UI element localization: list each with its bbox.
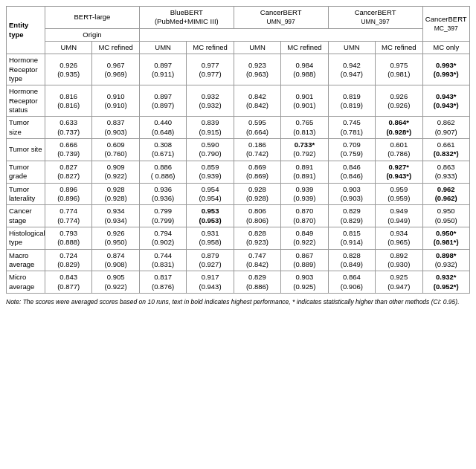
cell: 0.827(0.827) (45, 161, 92, 183)
header-cb397-sub (328, 28, 422, 41)
cell: 0.744(0.831) (139, 249, 186, 271)
cell: 0.943*(0.943*) (422, 85, 470, 117)
table-row: Tumor size 0.633(0.737) 0.837(0.903) 0.4… (7, 117, 470, 139)
col-mc-only: MC only (422, 42, 470, 54)
cell: 0.950*(0.981*) (422, 227, 470, 249)
entity-label: Hormone Receptor status (7, 85, 45, 117)
entity-label: Micro average (7, 271, 45, 294)
cell: 0.925(0.947) (376, 271, 422, 294)
entity-label: Tumor site (7, 139, 45, 161)
cell: 0.967(0.969) (92, 54, 139, 85)
header-bluebert-sub (139, 28, 234, 41)
cell: 0.959(0.959) (376, 183, 422, 205)
cell: 0.932(0.932) (187, 85, 234, 117)
cell: 0.896(0.896) (45, 183, 92, 205)
cell: 0.909(0.922) (92, 161, 139, 183)
table-row: Hormone Receptor type 0.926(0.935) 0.967… (7, 54, 470, 85)
entity-label: Macro average (7, 249, 45, 271)
cell: 0.828(0.849) (328, 249, 375, 271)
cell: 0.923(0.963) (234, 54, 280, 85)
cell: 0.898*(0.932) (422, 249, 470, 271)
col-umn-1: UMN (45, 42, 92, 54)
cell: 0.816(0.816) (45, 85, 92, 117)
table-row: Macro average 0.724(0.829) 0.874(0.908) … (7, 249, 470, 271)
cell: 0.794(0.902) (139, 227, 186, 249)
table-row: Cancer stage 0.774(0.774) 0.934(0.934) 0… (7, 205, 470, 227)
header-entity-type: Entity type (7, 7, 45, 54)
cell: 0.905(0.922) (92, 271, 139, 294)
cell: 0.661(0.832*) (422, 139, 470, 161)
cell: 0.828(0.923) (234, 227, 280, 249)
cell: 0.747(0.842) (234, 249, 280, 271)
cell: 0.903(0.925) (281, 271, 328, 294)
cell: 0.724(0.829) (45, 249, 92, 271)
header-cancerbert-mc397: CancerBERTMC_397 (422, 7, 470, 42)
cell: 0.927*(0.943*) (376, 161, 422, 183)
cell: 0.949(0.949) (376, 205, 422, 227)
cell: 0.829(0.829) (328, 205, 375, 227)
cell: 0.901(0.901) (281, 85, 328, 117)
col-umn-2: UMN (139, 42, 186, 54)
table-row: Histological type 0.793(0.888) 0.926(0.9… (7, 227, 470, 249)
cell: 0.977(0.977) (187, 54, 234, 85)
cell: 0.870(0.870) (281, 205, 328, 227)
cell: 0.308(0.671) (139, 139, 186, 161)
cell: 0.953(0.953) (187, 205, 234, 227)
entity-label: Hormone Receptor type (7, 54, 45, 85)
cell: 0.993*(0.993*) (422, 54, 470, 85)
cell: 0.954(0.954) (187, 183, 234, 205)
header-cancerbert-umm997: CancerBERTUMN_997 (234, 7, 328, 29)
cell: 0.765(0.813) (281, 117, 328, 139)
cell: 0.926(0.950) (92, 227, 139, 249)
cell: 0.799(0.799) (139, 205, 186, 227)
cell: 0.733*(0.792) (281, 139, 328, 161)
cell: 0.609(0.760) (92, 139, 139, 161)
cell: 0.934(0.965) (376, 227, 422, 249)
cell: 0.874(0.908) (92, 249, 139, 271)
header-cb997-sub (234, 28, 328, 41)
cell: 0.903(0.903) (328, 183, 375, 205)
col-mc-1: MC refined (92, 42, 139, 54)
cell: 0.928(0.928) (234, 183, 280, 205)
entity-label: Tumor size (7, 117, 45, 139)
cell: 0.843(0.877) (45, 271, 92, 294)
cell: 0.950(0.950) (422, 205, 470, 227)
col-umn-3: UMN (234, 42, 280, 54)
cell: 0.910(0.910) (92, 85, 139, 117)
cell: 0.879(0.927) (187, 249, 234, 271)
cell: 0.590(0.790) (187, 139, 234, 161)
cell: 0.601(0.786) (376, 139, 422, 161)
col-mc-2: MC refined (187, 42, 234, 54)
cell: 0.926(0.935) (45, 54, 92, 85)
table-row: Tumor laterality 0.896(0.896) 0.928(0.92… (7, 183, 470, 205)
cell: 0.939(0.939) (281, 183, 328, 205)
cell: 0.931(0.958) (187, 227, 234, 249)
table-row: Tumor site 0.666(0.739) 0.609(0.760) 0.3… (7, 139, 470, 161)
cell: 0.942(0.947) (328, 54, 375, 85)
entity-label: Tumor laterality (7, 183, 45, 205)
cell: 0.186(0.742) (234, 139, 280, 161)
cell: 0.984(0.988) (281, 54, 328, 85)
cell: 0.774(0.774) (45, 205, 92, 227)
cell: 0.859(0.939) (187, 161, 234, 183)
cell: 0.862(0.907) (422, 117, 470, 139)
cell: 0.633(0.737) (45, 117, 92, 139)
cell: 0.891(0.891) (281, 161, 328, 183)
cell: 0.817(0.876) (139, 271, 186, 294)
cell: 0.864*(0.928*) (376, 117, 422, 139)
cell: 0.934(0.934) (92, 205, 139, 227)
cell: 0.917(0.943) (187, 271, 234, 294)
cell: 0.897(0.897) (139, 85, 186, 117)
cell: 0.829(0.886) (234, 271, 280, 294)
col-mc-4: MC refined (376, 42, 422, 54)
cell: 0.806(0.806) (234, 205, 280, 227)
cell: 0.928(0.928) (92, 183, 139, 205)
results-table: Entity type BERT-large BlueBERT(PubMed+M… (6, 6, 470, 294)
header-origin: Origin (45, 28, 140, 41)
cell: 0.745(0.781) (328, 117, 375, 139)
table-row: Hormone Receptor status 0.816(0.816) 0.9… (7, 85, 470, 117)
cell: 0.839(0.915) (187, 117, 234, 139)
cell: 0.962(0.962) (422, 183, 470, 205)
cell: 0.936(0.936) (139, 183, 186, 205)
entity-label: Cancer stage (7, 205, 45, 227)
